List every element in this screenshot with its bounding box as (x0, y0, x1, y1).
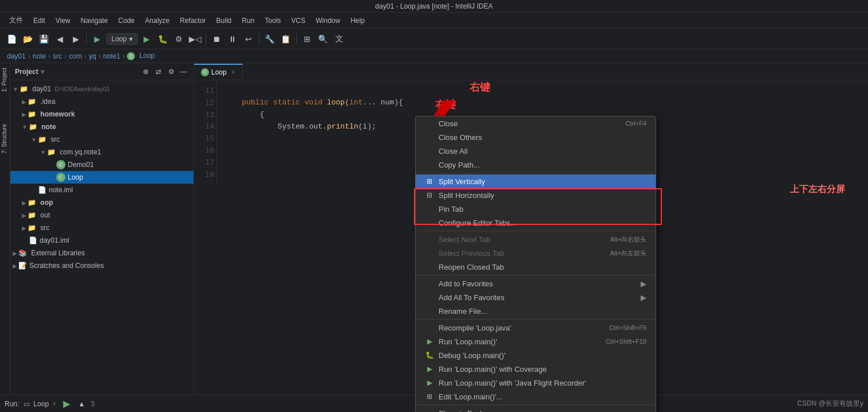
breadcrumb-src[interactable]: src (53, 52, 62, 60)
toolbar-save[interactable]: 💾 (37, 32, 51, 46)
ctx-close-others[interactable]: Close Others (416, 130, 656, 144)
toolbar-pause[interactable]: ⏸ (226, 32, 239, 46)
tree-item-out[interactable]: ▶ 📁 out (10, 209, 193, 221)
run-tab-close[interactable]: × (52, 400, 56, 408)
debug-icon: 🐛 (425, 351, 434, 359)
ctx-label: Add All To Favorites (439, 293, 505, 302)
menu-build[interactable]: Build (212, 15, 237, 26)
ctx-edit-config[interactable]: ⊞ Edit 'Loop.main()'... (416, 390, 656, 403)
toolbar-run-btn[interactable]: ▶ (90, 32, 104, 46)
toolbar-split[interactable]: ⊞ (300, 32, 314, 46)
run-tab[interactable]: ▭ Loop × (24, 400, 56, 408)
toolbar-config-dropdown[interactable]: Loop ▾ (106, 33, 138, 45)
ctx-pin-tab[interactable]: Pin Tab (416, 202, 656, 216)
toolbar-new[interactable]: 📄 (5, 32, 18, 46)
toolbar-open[interactable]: 📂 (21, 32, 34, 46)
arrow-icon: ▶ (22, 212, 26, 219)
ctx-rename[interactable]: Rename File... (416, 304, 656, 318)
title-text: day01 - Loop.java [note] - IntelliJ IDEA (375, 2, 493, 10)
sidebar-tab-structure[interactable]: 7: Structure (0, 119, 10, 158)
ctx-configure-tabs[interactable]: Configure Editor Tabs... (416, 216, 656, 230)
ctx-run[interactable]: ▶ Run 'Loop.main()' Ctrl+Shift+F10 (416, 335, 656, 348)
run-play-btn[interactable]: ▶ (61, 398, 72, 410)
tree-item-src[interactable]: ▼ 📁 src (10, 133, 193, 146)
tree-item-ext-libs[interactable]: ▶ 📚 External Libraries (10, 247, 193, 259)
ctx-run-jfr[interactable]: ▶ Run 'Loop.main()' with 'Java Flight Re… (416, 376, 656, 390)
project-settings-btn[interactable]: ⚙ (166, 67, 176, 77)
dropdown-label: Loop (111, 35, 127, 43)
menu-navigate[interactable]: Navigate (76, 15, 112, 26)
ctx-label: Copy Path... (439, 161, 480, 169)
breadcrumb-yq[interactable]: yq (89, 52, 96, 60)
breadcrumb-note1[interactable]: note1 (103, 52, 120, 60)
tab-close-icon[interactable]: × (231, 68, 235, 76)
project-minimize-btn[interactable]: — (179, 67, 189, 77)
toolbar-debug[interactable]: 🐛 (156, 32, 170, 46)
ctx-split-horizontally[interactable]: ⊟ Split Horizontally (416, 188, 656, 202)
project-add-btn[interactable]: ⊕ (141, 67, 151, 77)
tree-item-idea[interactable]: ▶ 📁 .idea (10, 95, 193, 108)
menu-view[interactable]: View (51, 15, 75, 26)
tree-item-day01-iml[interactable]: 📄 day01.iml (10, 234, 193, 247)
menu-window[interactable]: Window (311, 15, 345, 26)
run-up-btn[interactable]: ▲ (76, 398, 87, 410)
folder-icon: 📁 (38, 135, 46, 143)
project-scroll-btn[interactable]: ⇄ (153, 67, 164, 77)
toolbar-search[interactable]: 🔍 (316, 32, 330, 46)
menu-code[interactable]: Code (114, 15, 140, 26)
ctx-run-coverage[interactable]: ▶ Run 'Loop.main()' with Coverage (416, 362, 656, 376)
ctx-copy-path[interactable]: Copy Path... (416, 158, 656, 172)
breadcrumb-note[interactable]: note (33, 52, 46, 60)
arrow-icon: ▼ (13, 86, 18, 92)
tree-item-note[interactable]: ▼ 📁 note (10, 121, 193, 133)
menu-run[interactable]: Run (237, 15, 259, 26)
sidebar-tab-project[interactable]: 1: Project (0, 63, 10, 96)
ctx-recompile[interactable]: Recompile 'Loop.java' Ctrl+Shift+F9 (416, 321, 656, 335)
ctx-debug[interactable]: 🐛 Debug 'Loop.main()' (416, 348, 656, 362)
menu-refactor[interactable]: Refactor (175, 15, 210, 26)
toolbar-forward[interactable]: ▶ (69, 32, 83, 46)
toolbar-back[interactable]: ◀ (53, 32, 67, 46)
breadcrumb-loop[interactable]: C Loop (127, 52, 154, 60)
tree-item-demo01[interactable]: C Demo01 (10, 158, 193, 171)
tree-label: Scratches and Consoles (29, 262, 104, 270)
menu-file[interactable]: 文件 (5, 14, 28, 26)
toolbar-run[interactable]: ▶ (140, 32, 154, 46)
folder-icon: 📁 (29, 123, 37, 131)
toolbar-coverage[interactable]: ⚙ (172, 32, 186, 46)
tree-item-loop[interactable]: C Loop (10, 171, 193, 184)
ctx-close-all[interactable]: Close All (416, 144, 656, 158)
ctx-split-vertically[interactable]: ⊞ Split Vertically (416, 174, 656, 188)
menu-vcs[interactable]: VCS (286, 15, 310, 26)
tree-item-com-yq[interactable]: ▼ 📁 com.yq.note1 (10, 146, 193, 158)
tree-item-homework[interactable]: ▶ 📁 homework (10, 108, 193, 121)
tree-label: oop (38, 199, 53, 207)
ctx-show-explorer[interactable]: Show in Explorer (416, 406, 656, 412)
tree-item-src-root[interactable]: ▶ 📁 src (10, 221, 193, 234)
toolbar-wrench[interactable]: 🔧 (263, 32, 277, 46)
code-line-11 (224, 85, 863, 97)
ctx-reopen-tab[interactable]: Reopen Closed Tab (416, 260, 656, 274)
toolbar-step[interactable]: ↩ (242, 32, 255, 46)
menu-help[interactable]: Help (346, 15, 370, 26)
toolbar-profile[interactable]: ▶◁ (188, 32, 202, 46)
breadcrumb-com[interactable]: com (69, 52, 82, 60)
menu-tools[interactable]: Tools (260, 15, 285, 26)
ctx-label: Rename File... (439, 307, 487, 316)
toolbar-patch[interactable]: 📋 (279, 32, 293, 46)
editor-tab-loop[interactable]: C Loop × (194, 64, 243, 80)
ctx-close[interactable]: Close Ctrl+F4 (416, 116, 656, 130)
menu-analyze[interactable]: Analyze (141, 15, 175, 26)
breadcrumb-day01[interactable]: day01 (7, 52, 26, 60)
ctx-add-all-favorites[interactable]: Add All To Favorites ▶ (416, 290, 656, 304)
ctx-add-favorites[interactable]: Add to Favorites ▶ (416, 277, 656, 290)
tree-item-scratches[interactable]: ▶ 📝 Scratches and Consoles (10, 259, 193, 272)
tree-label: src (49, 135, 60, 143)
menu-edit[interactable]: Edit (29, 15, 50, 26)
credit-text: CSDN @长安有故里y (797, 399, 863, 409)
tree-item-day01[interactable]: ▼ 📁 day01 D:\IDEAwork\day01 (10, 83, 193, 95)
toolbar-stop[interactable]: ⏹ (210, 32, 223, 46)
toolbar-translate[interactable]: 文 (332, 32, 346, 46)
tree-item-oop[interactable]: ▶ 📁 oop (10, 196, 193, 209)
tree-item-note-iml[interactable]: 📄 note.iml (10, 184, 193, 196)
